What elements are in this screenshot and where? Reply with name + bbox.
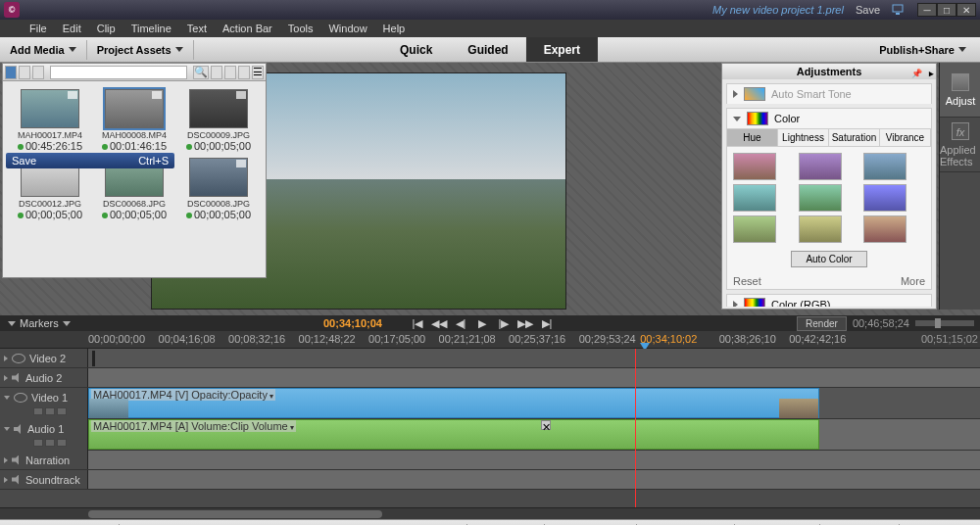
new-folder-icon[interactable] xyxy=(211,66,222,79)
monitor-icon[interactable] xyxy=(892,4,904,16)
mode-tab-expert[interactable]: Expert xyxy=(526,37,598,62)
asset-audio-filter-icon[interactable] xyxy=(32,66,44,79)
menu-text[interactable]: Text xyxy=(179,23,215,34)
mode-tab-quick[interactable]: Quick xyxy=(382,37,450,62)
panel-menu-icon[interactable]: ▸ xyxy=(929,66,934,81)
color-preset[interactable] xyxy=(863,184,906,212)
audio-clip[interactable]: MAH00017.MP4 [A] Volume:Clip Volume ▾ ✕ xyxy=(88,419,819,450)
video-clip[interactable]: MAH00017.MP4 [V] Opacity:Opacity ▾ xyxy=(88,388,819,418)
publish-share-button[interactable]: Publish+Share xyxy=(869,40,976,60)
panel-options-icon[interactable]: ☰ xyxy=(252,66,264,79)
track-option-button[interactable] xyxy=(57,439,67,447)
reset-link[interactable]: Reset xyxy=(733,275,761,287)
asset-item[interactable]: DSC00009.JPG 00;00;05;00 xyxy=(179,89,258,152)
asset-image-filter-icon[interactable] xyxy=(19,66,30,79)
track-option-button[interactable] xyxy=(33,407,43,415)
track-content[interactable]: MAH00017.MP4 [V] Opacity:Opacity ▾ xyxy=(88,388,980,418)
adjust-tab-button[interactable]: Adjust xyxy=(940,63,980,118)
color-preset[interactable] xyxy=(863,153,906,180)
keyframe-icon[interactable]: ✕ xyxy=(541,420,551,430)
asset-item[interactable]: MAH00017.MP4 00:45:26:15 xyxy=(11,89,89,152)
minimize-button[interactable]: ─ xyxy=(917,3,937,17)
zoom-slider[interactable] xyxy=(915,320,974,326)
render-button[interactable]: Render xyxy=(797,316,847,331)
color-rgb-section[interactable]: Color (RGB) xyxy=(727,295,931,307)
horizontal-scrollbar[interactable] xyxy=(0,507,980,519)
menu-clip[interactable]: Clip xyxy=(89,23,123,34)
color-tab-hue[interactable]: Hue xyxy=(727,129,778,146)
asset-item[interactable]: DSC00008.JPG 00;00;05;00 xyxy=(179,158,258,220)
asset-video-filter-icon[interactable] xyxy=(5,66,17,79)
expand-icon[interactable] xyxy=(4,375,8,381)
color-section-header[interactable]: Color xyxy=(727,109,931,128)
new-item-icon[interactable] xyxy=(224,66,236,79)
color-preset[interactable] xyxy=(799,184,842,212)
speaker-icon[interactable] xyxy=(14,424,24,434)
color-preset[interactable] xyxy=(799,215,842,243)
smart-tone-section[interactable]: Auto Smart Tone xyxy=(727,84,931,104)
track-content[interactable] xyxy=(88,470,980,489)
pin-icon[interactable]: 📌 xyxy=(911,66,922,81)
color-preset[interactable] xyxy=(733,215,776,243)
play-button[interactable]: ▶ xyxy=(476,317,488,329)
mode-tab-guided[interactable]: Guided xyxy=(450,37,525,62)
eye-icon[interactable] xyxy=(14,393,27,403)
color-tab-vibrance[interactable]: Vibrance xyxy=(880,129,931,146)
delete-icon[interactable] xyxy=(238,66,250,79)
speaker-icon[interactable] xyxy=(12,373,22,383)
speaker-icon[interactable] xyxy=(12,475,22,485)
collapse-icon[interactable] xyxy=(4,396,10,400)
project-assets-button[interactable]: Project Assets xyxy=(87,40,194,60)
speaker-icon[interactable] xyxy=(12,455,22,465)
save-tooltip[interactable]: Save Ctrl+S xyxy=(6,153,174,168)
timeline-ruler[interactable]: 00;00;00;00 00;04;16;08 00;08;32;16 00;1… xyxy=(0,331,980,349)
goto-end-button[interactable]: ▶| xyxy=(541,317,553,329)
track-option-button[interactable] xyxy=(33,439,43,447)
menu-help[interactable]: Help xyxy=(375,23,414,34)
goto-start-button[interactable]: |◀ xyxy=(412,317,423,329)
menu-edit[interactable]: Edit xyxy=(55,23,89,34)
prev-button[interactable]: ◀◀ xyxy=(433,317,445,329)
maximize-button[interactable]: □ xyxy=(937,3,956,17)
eye-icon[interactable] xyxy=(12,354,25,363)
save-link[interactable]: Save xyxy=(856,4,880,16)
track-content[interactable] xyxy=(88,349,980,367)
track-content[interactable]: MAH00017.MP4 [A] Volume:Clip Volume ▾ ✕ xyxy=(88,419,980,450)
step-fwd-button[interactable]: |▶ xyxy=(498,317,510,329)
color-tab-saturation[interactable]: Saturation xyxy=(829,129,880,146)
menu-file[interactable]: File xyxy=(22,23,55,34)
color-preset[interactable] xyxy=(799,153,842,180)
color-preset[interactable] xyxy=(863,215,906,243)
next-button[interactable]: ▶▶ xyxy=(519,317,531,329)
track-content[interactable] xyxy=(88,368,980,387)
expand-icon[interactable] xyxy=(4,477,8,483)
close-button[interactable]: ✕ xyxy=(956,3,976,17)
project-name[interactable]: My new video project 1.prel xyxy=(712,4,844,16)
menu-tools[interactable]: Tools xyxy=(280,23,321,34)
applied-effects-tab-button[interactable]: fx Applied Effects xyxy=(940,118,980,172)
menu-actionbar[interactable]: Action Bar xyxy=(215,23,280,34)
asset-item[interactable]: MAH00008.MP4 00:01:46:15 xyxy=(95,89,173,152)
more-link[interactable]: More xyxy=(901,275,925,287)
collapse-icon[interactable] xyxy=(4,427,10,431)
add-media-button[interactable]: Add Media xyxy=(0,40,87,60)
asset-search-input[interactable] xyxy=(50,66,187,79)
menu-window[interactable]: Window xyxy=(320,23,374,34)
expand-icon[interactable] xyxy=(4,457,8,463)
track-content[interactable] xyxy=(88,451,980,469)
markers-button[interactable]: Markers xyxy=(0,317,78,329)
scrollbar-thumb[interactable] xyxy=(88,510,382,518)
auto-color-button[interactable]: Auto Color xyxy=(791,251,866,267)
track-option-button[interactable] xyxy=(57,407,67,415)
track-option-button[interactable] xyxy=(45,439,55,447)
step-back-button[interactable]: ◀| xyxy=(455,317,466,329)
color-preset[interactable] xyxy=(733,184,776,212)
expand-icon[interactable] xyxy=(4,356,8,361)
current-timecode[interactable]: 00;34;10;04 xyxy=(323,317,382,329)
track-option-button[interactable] xyxy=(45,407,55,415)
color-preset[interactable] xyxy=(733,153,776,180)
playhead-line[interactable] xyxy=(635,349,636,507)
search-icon[interactable]: 🔍 xyxy=(193,66,209,79)
color-tab-lightness[interactable]: Lightness xyxy=(778,129,829,146)
menu-timeline[interactable]: Timeline xyxy=(123,23,179,34)
